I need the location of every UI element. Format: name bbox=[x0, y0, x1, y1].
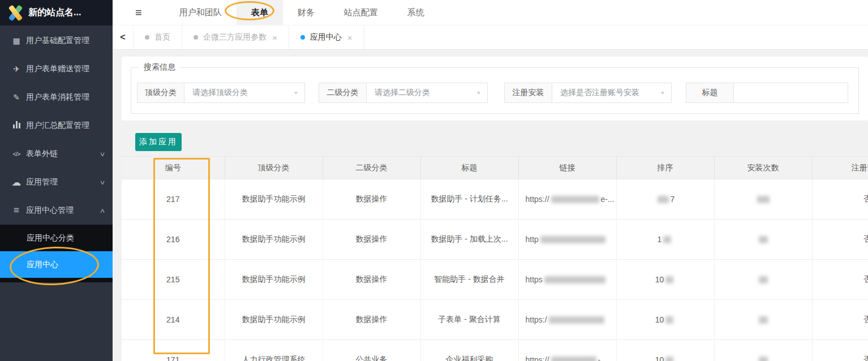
sidebar-item-form-consume[interactable]: ✎ 用户表单消耗管理 bbox=[0, 83, 113, 111]
table-row: 214 数据助手功能示例 数据操作 子表单 - 聚合计算 https:/ 10 … bbox=[122, 300, 868, 340]
sidebar-item-user-summary[interactable]: 用户汇总配置管理 bbox=[0, 111, 113, 140]
sidebar-item-app-management[interactable]: ☁ 应用管理 ∨ bbox=[0, 168, 113, 196]
redacted-text bbox=[551, 356, 596, 361]
tab-dot-icon bbox=[145, 35, 149, 40]
close-icon[interactable]: × bbox=[347, 33, 353, 42]
register-install-select[interactable]: 选择是否注册账号安装 ▼ bbox=[552, 83, 672, 103]
collapse-sidebar-icon[interactable]: ≡ bbox=[135, 6, 142, 19]
header-sort: 排序 bbox=[616, 157, 714, 179]
field-register-install: 注册安装 选择是否注册账号安装 ▼ bbox=[504, 83, 672, 103]
cell-install-count bbox=[714, 260, 812, 300]
cell-registered: 否 bbox=[812, 300, 868, 340]
cell-id: 171 bbox=[122, 340, 225, 361]
table-header-row: 编号 顶级分类 二级分类 标题 链接 排序 安装次数 注册安装 bbox=[122, 157, 868, 179]
nav-item-users-teams[interactable]: 用户和团队 bbox=[165, 0, 237, 25]
redacted-text bbox=[759, 356, 768, 361]
sidebar-submenu: 应用中心分类 应用中心 bbox=[0, 225, 113, 282]
sub-category-select[interactable]: 请选择二级分类 ▼ bbox=[367, 83, 488, 103]
title-input[interactable] bbox=[734, 83, 848, 102]
field-label: 顶级分类 bbox=[137, 83, 184, 103]
pen-icon: ✎ bbox=[10, 93, 23, 102]
cell-top-category: 数据助手功能示例 bbox=[225, 179, 323, 220]
sidebar-item-label: 应用中心管理 bbox=[26, 205, 100, 216]
submenu-item-label: 应用中心分类 bbox=[27, 233, 74, 243]
cell-title: 企业福利采购 bbox=[420, 340, 518, 361]
header-top-category: 顶级分类 bbox=[225, 157, 323, 179]
redacted-text bbox=[757, 196, 770, 203]
header-id: 编号 bbox=[122, 157, 225, 179]
cell-sub-category: 数据操作 bbox=[323, 260, 420, 300]
code-icon: </> bbox=[10, 151, 23, 157]
close-icon[interactable]: × bbox=[272, 33, 277, 42]
tab-home[interactable]: 首页 bbox=[133, 25, 182, 49]
chevron-down-icon: ∨ bbox=[99, 151, 105, 158]
header-sub-category: 二级分类 bbox=[323, 157, 420, 179]
field-label: 标题 bbox=[686, 83, 734, 103]
app-logo-icon bbox=[7, 4, 24, 22]
cell-link: https://-... bbox=[518, 340, 616, 361]
cell-sub-category: 数据操作 bbox=[323, 179, 420, 220]
cell-install-count bbox=[714, 220, 812, 260]
nav-item-finance[interactable]: 财务 bbox=[283, 0, 329, 25]
cell-sub-category: 公共业务 bbox=[323, 340, 420, 361]
sidebar-item-label: 应用管理 bbox=[26, 177, 100, 187]
sidebar-menu: ▦ 用户基础配置管理 ✈ 用户表单赠送管理 ✎ 用户表单消耗管理 用户汇总配置管… bbox=[0, 25, 113, 282]
cell-registered: 否 bbox=[812, 260, 868, 300]
redacted-text bbox=[759, 276, 768, 283]
sidebar-item-app-center-management[interactable]: ≡ 应用中心管理 ∧ bbox=[0, 196, 113, 225]
sidebar-item-user-base-config[interactable]: ▦ 用户基础配置管理 bbox=[0, 27, 113, 55]
field-title: 标题 bbox=[686, 83, 848, 103]
nav-item-system[interactable]: 系统 bbox=[393, 0, 439, 25]
main-area: ≡ 用户和团队 表单 财务 站点配置 系统 < 首页 企微三方应用参数 × bbox=[113, 0, 868, 361]
cell-sort: 10 bbox=[616, 300, 714, 340]
cell-title: 数据助手 - 计划任务... bbox=[420, 179, 518, 220]
redacted-text bbox=[663, 236, 671, 243]
cell-link: https://e-... bbox=[518, 179, 616, 220]
tab-app-center[interactable]: 应用中心 × bbox=[289, 25, 364, 49]
redacted-text bbox=[549, 316, 604, 324]
menu-icon: ≡ bbox=[10, 205, 23, 216]
sidebar-item-form-external-link[interactable]: </> 表单外链 ∨ bbox=[0, 140, 113, 168]
cell-id: 217 bbox=[122, 179, 225, 220]
redacted-text bbox=[759, 236, 768, 243]
sidebar-item-label: 用户表单消耗管理 bbox=[26, 92, 105, 102]
sidebar-item-label: 表单外链 bbox=[26, 149, 100, 159]
cell-title: 智能助手 - 数据合并 bbox=[420, 260, 518, 300]
cell-link: https:/ bbox=[518, 300, 616, 340]
nav-item-site-config[interactable]: 站点配置 bbox=[329, 0, 393, 25]
redacted-text bbox=[551, 196, 599, 203]
cell-sub-category: 数据操作 bbox=[323, 220, 420, 260]
sidebar-item-app-center-category[interactable]: 应用中心分类 bbox=[0, 225, 113, 251]
cell-id: 214 bbox=[122, 300, 225, 340]
cell-sort: 10 bbox=[616, 260, 714, 300]
table-row: 216 数据助手功能示例 数据操作 数据助手 - 加载上次... http 1 … bbox=[122, 220, 868, 260]
tab-scroll-left-icon[interactable]: < bbox=[113, 25, 133, 49]
field-sub-category: 二级分类 请选择二级分类 ▼ bbox=[319, 83, 488, 103]
cell-install-count bbox=[714, 340, 812, 361]
sidebar-item-label: 用户汇总配置管理 bbox=[26, 121, 105, 131]
nav-item-forms[interactable]: 表单 bbox=[237, 0, 283, 25]
cell-title: 子表单 - 聚合计算 bbox=[420, 300, 518, 340]
sidebar-item-form-gift[interactable]: ✈ 用户表单赠送管理 bbox=[0, 55, 113, 83]
cell-sort: 1 bbox=[616, 220, 714, 260]
add-app-button[interactable]: 添加应用 bbox=[135, 133, 182, 151]
top-navigation: ≡ 用户和团队 表单 财务 站点配置 系统 bbox=[113, 0, 868, 25]
sidebar-item-app-center[interactable]: 应用中心 bbox=[0, 251, 113, 278]
cell-top-category: 数据助手功能示例 bbox=[225, 260, 323, 300]
brand-header[interactable]: 新的站点名... bbox=[0, 0, 113, 25]
chevron-down-icon: ▼ bbox=[476, 91, 482, 96]
top-category-select[interactable]: 请选择顶级分类 ▼ bbox=[184, 83, 305, 103]
redacted-text bbox=[665, 356, 673, 361]
search-legend: 搜索信息 bbox=[139, 62, 180, 72]
tab-wework-app-params[interactable]: 企微三方应用参数 × bbox=[182, 25, 289, 49]
chevron-down-icon: ∨ bbox=[99, 179, 105, 186]
apps-table: 编号 顶级分类 二级分类 标题 链接 排序 安装次数 注册安装 bbox=[122, 156, 868, 361]
cell-top-category: 数据助手功能示例 bbox=[225, 300, 323, 340]
tab-dot-icon bbox=[300, 35, 305, 40]
submenu-item-label: 应用中心 bbox=[27, 260, 58, 270]
cell-title: 数据助手 - 加载上次... bbox=[420, 220, 518, 260]
cell-registered: 否 bbox=[812, 179, 868, 220]
redacted-text bbox=[665, 276, 673, 283]
redacted-text bbox=[658, 196, 669, 203]
sidebar: 新的站点名... ▦ 用户基础配置管理 ✈ 用户表单赠送管理 ✎ 用户表单消耗管… bbox=[0, 0, 113, 361]
